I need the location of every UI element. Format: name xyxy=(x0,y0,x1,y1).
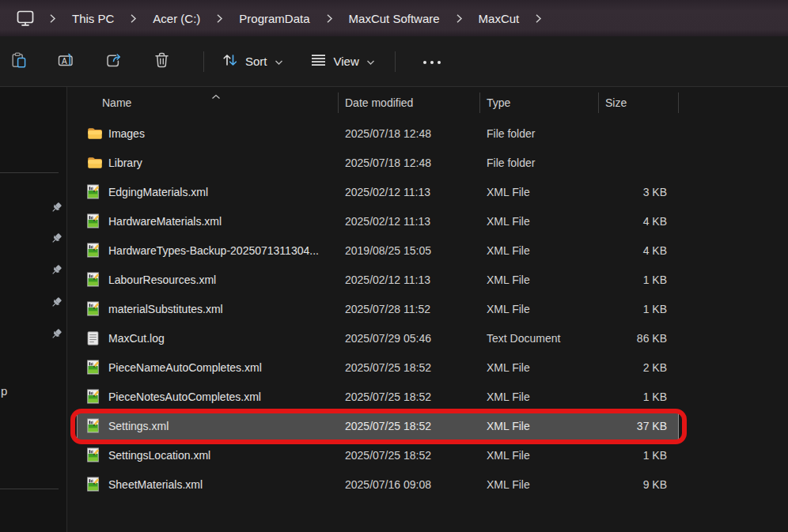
file-row[interactable]: PieceNameAutoCompletes.xml 2025/07/25 18… xyxy=(77,353,679,382)
file-type: XML File xyxy=(480,244,599,257)
file-type: XML File xyxy=(480,215,599,228)
xml-icon xyxy=(87,389,103,404)
chevron-right-icon[interactable] xyxy=(456,13,463,24)
breadcrumb-item[interactable]: Acer (C:) xyxy=(146,9,207,28)
file-date-modified: 2025/07/25 18:52 xyxy=(339,391,480,403)
file-row[interactable]: Library 2025/07/18 12:48 File folder xyxy=(77,148,679,177)
file-date-modified: 2025/07/18 12:48 xyxy=(339,157,480,169)
view-button-label: View xyxy=(334,55,359,68)
file-date-modified: 2025/07/28 11:52 xyxy=(339,303,480,315)
command-toolbar: A xyxy=(0,36,788,87)
sort-arrows-icon xyxy=(222,52,238,70)
pin-icon[interactable] xyxy=(50,327,63,341)
chevron-right-icon[interactable] xyxy=(130,13,137,24)
file-date-modified: 2025/07/25 18:52 xyxy=(339,420,480,432)
see-more-button[interactable] xyxy=(411,47,453,75)
chevron-right-icon[interactable] xyxy=(49,13,56,24)
breadcrumb-item[interactable]: ProgramData xyxy=(232,9,316,28)
rename-icon: A xyxy=(58,52,75,71)
file-row[interactable]: Images 2025/07/18 12:48 File folder xyxy=(77,119,679,148)
pin-icon[interactable] xyxy=(50,296,63,309)
sort-button[interactable]: Sort xyxy=(212,45,293,77)
delete-button[interactable] xyxy=(146,46,177,77)
share-button[interactable] xyxy=(98,46,130,77)
file-type: Text Document xyxy=(480,332,599,345)
file-name: SettingsLocation.xml xyxy=(108,449,210,462)
file-row[interactable]: SheetMaterials.xml 2025/07/16 09:08 XML … xyxy=(77,470,679,499)
file-row[interactable]: EdgingMaterials.xml 2025/02/12 11:13 XML… xyxy=(77,177,679,206)
file-name: Library xyxy=(108,157,142,169)
file-name: EdgingMaterials.xml xyxy=(108,186,208,198)
this-pc-monitor-icon[interactable] xyxy=(16,9,35,28)
file-size: 37 KB xyxy=(599,420,679,432)
file-size: 3 KB xyxy=(599,186,679,198)
file-size: 1 KB xyxy=(599,303,679,315)
pin-icon[interactable] xyxy=(50,232,63,245)
chevron-down-icon xyxy=(275,55,283,68)
xml-icon xyxy=(87,447,103,462)
file-name: MaxCut.log xyxy=(108,332,165,345)
column-header-date-modified[interactable]: Date modified xyxy=(339,87,480,119)
view-button[interactable]: View xyxy=(301,46,385,77)
chevron-right-icon[interactable] xyxy=(535,13,542,24)
column-headers: Name Date modified Type Size xyxy=(67,87,788,119)
file-type: XML File xyxy=(480,391,599,403)
file-size: 9 KB xyxy=(599,478,679,491)
xml-icon xyxy=(87,272,103,287)
folder-icon xyxy=(87,127,103,140)
file-row[interactable]: materialSubstitutes.xml 2025/07/28 11:52… xyxy=(77,294,679,323)
file-list: Images 2025/07/18 12:48 File folder Libr… xyxy=(67,119,788,499)
column-header-type[interactable]: Type xyxy=(480,87,599,119)
column-header-size[interactable]: Size xyxy=(599,87,679,119)
file-type: XML File xyxy=(480,274,599,286)
file-type: XML File xyxy=(480,303,599,315)
file-row[interactable]: MaxCut.log 2025/07/29 05:46 Text Documen… xyxy=(77,323,679,353)
file-row[interactable]: HardwareTypes-Backup-2025071311304... 20… xyxy=(77,236,679,265)
file-type: File folder xyxy=(480,157,599,169)
file-row[interactable]: PieceNotesAutoCompletes.xml 2025/07/25 1… xyxy=(77,382,679,411)
explorer-body: p Name Date modified Type Size xyxy=(0,87,788,532)
breadcrumb-item[interactable]: MaxCut Software xyxy=(342,9,447,28)
breadcrumb-item[interactable]: MaxCut xyxy=(472,9,527,28)
pin-icon[interactable] xyxy=(50,201,63,214)
file-date-modified: 2025/07/18 12:48 xyxy=(339,127,480,140)
file-row[interactable]: SettingsLocation.xml 2025/07/25 18:52 XM… xyxy=(77,440,679,470)
file-size: 2 KB xyxy=(599,361,679,374)
file-size: 1 KB xyxy=(599,274,679,286)
xml-icon xyxy=(87,418,103,433)
file-type: XML File xyxy=(480,186,599,198)
file-type: XML File xyxy=(480,449,599,462)
address-bar: This PC Acer (C:) ProgramData MaxCut Sof… xyxy=(0,0,788,36)
rename-button[interactable]: A xyxy=(51,46,82,77)
sort-button-label: Sort xyxy=(245,55,267,68)
breadcrumb-item[interactable]: This PC xyxy=(65,9,121,28)
column-header-name[interactable]: Name xyxy=(77,87,339,119)
file-row[interactable]: Settings.xml 2025/07/25 18:52 XML File 3… xyxy=(77,411,679,440)
file-date-modified: 2025/02/12 11:13 xyxy=(339,274,480,286)
xml-icon xyxy=(87,477,103,492)
file-name: materialSubstitutes.xml xyxy=(108,303,223,315)
chevron-right-icon[interactable] xyxy=(216,13,223,24)
file-name: SheetMaterials.xml xyxy=(108,478,203,491)
file-row[interactable]: HardwareMaterials.xml 2025/02/12 11:13 X… xyxy=(77,206,679,236)
paste-button[interactable] xyxy=(3,46,35,77)
file-date-modified: 2025/07/25 18:52 xyxy=(339,449,480,462)
toolbar-divider xyxy=(395,51,396,72)
breadcrumb: This PC Acer (C:) ProgramData MaxCut Sof… xyxy=(44,9,547,28)
file-name: LabourResources.xml xyxy=(108,274,216,286)
chevron-down-icon xyxy=(366,55,375,68)
xml-icon xyxy=(87,360,103,375)
file-size: 86 KB xyxy=(599,332,679,345)
xml-icon xyxy=(87,184,103,199)
more-ellipsis-icon xyxy=(422,55,441,67)
file-explorer-window: This PC Acer (C:) ProgramData MaxCut Sof… xyxy=(0,0,788,532)
file-type: XML File xyxy=(480,361,599,374)
file-date-modified: 2025/07/16 09:08 xyxy=(339,478,480,491)
file-row[interactable]: LabourResources.xml 2025/02/12 11:13 XML… xyxy=(77,265,679,294)
pin-icon[interactable] xyxy=(50,263,63,277)
chevron-right-icon[interactable] xyxy=(326,13,333,24)
file-size: 4 KB xyxy=(599,244,679,257)
toolbar-divider xyxy=(203,51,204,72)
file-date-modified: 2025/07/29 05:46 xyxy=(339,332,480,345)
file-name: Settings.xml xyxy=(108,420,169,432)
